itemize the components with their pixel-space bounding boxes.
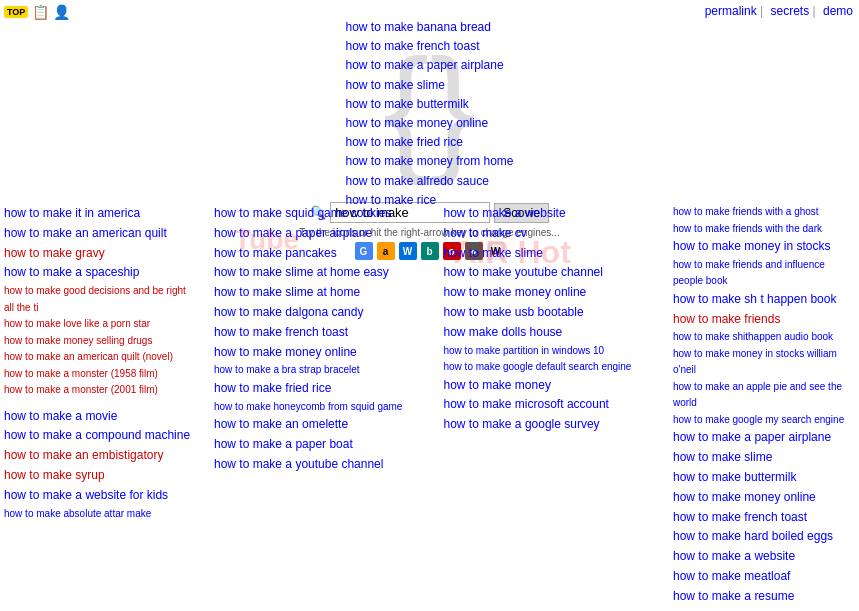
list-item[interactable]: how to make money in stocks <box>673 237 855 257</box>
main-columns: how to make it in americahow to make an … <box>0 200 859 611</box>
list-item[interactable]: how to make money selling drugs <box>4 333 196 350</box>
list-item[interactable]: how to make gravy <box>4 244 196 264</box>
list-item[interactable]: how to make buttermilk <box>673 468 855 488</box>
list-item[interactable]: how to make slime at home easy <box>214 263 426 283</box>
list-item[interactable]: how to make friends with the dark <box>673 221 855 238</box>
list-item[interactable]: how to make squid game cookies <box>214 204 426 224</box>
list-item[interactable]: how to make pancakes <box>214 244 426 264</box>
list-item[interactable]: how to make fried rice <box>214 379 426 399</box>
center-link[interactable]: how to make banana bread <box>345 18 513 37</box>
list-item[interactable]: how to make an embistigatory <box>4 446 196 466</box>
separator1: | <box>760 4 763 18</box>
center-link[interactable]: how to make fried rice <box>345 133 513 152</box>
list-item[interactable]: how make dolls house <box>444 323 656 343</box>
list-item[interactable]: how to make a monster (2001 film) <box>4 382 196 399</box>
col4-links: how to make friends with a ghosthow to m… <box>673 204 855 607</box>
list-item[interactable]: how to make usb bootable <box>444 303 656 323</box>
list-item[interactable]: how to make money online <box>444 283 656 303</box>
list-item[interactable]: how to make an american quilt <box>4 224 196 244</box>
center-link[interactable]: how to make french toast <box>345 37 513 56</box>
list-item[interactable]: how to make google my search engine <box>673 412 855 429</box>
list-item[interactable]: how to make dalgona candy <box>214 303 426 323</box>
list-item[interactable]: how to make an american quilt (novel) <box>4 349 196 366</box>
list-item[interactable]: how to make a compound machine <box>4 426 196 446</box>
curly-brace-container: { how to make banana breadhow to make fr… <box>290 18 570 198</box>
list-item[interactable]: how to make love like a porn star <box>4 316 196 333</box>
list-item[interactable]: how to make a youtube channel <box>214 455 426 475</box>
column-2: Tube how to make squid game cookieshow t… <box>210 200 430 611</box>
list-item[interactable]: how to make it in america <box>4 204 196 224</box>
list-item[interactable]: how to make an apple pie and see the wor… <box>673 379 855 412</box>
list-item[interactable]: how to make a paper boat <box>214 435 426 455</box>
permalink-link[interactable]: permalink <box>705 4 757 18</box>
center-link[interactable]: how to make buttermilk <box>345 95 513 114</box>
list-item[interactable]: how to make honeycomb from squid game <box>214 399 426 416</box>
col1-links: how to make it in americahow to make an … <box>4 204 196 522</box>
list-item[interactable]: how to make a google survey <box>444 415 656 435</box>
list-item[interactable]: how to make youtube channel <box>444 263 656 283</box>
list-item[interactable]: how to make friends with a ghost <box>673 204 855 221</box>
list-item[interactable]: how to make slime at home <box>214 283 426 303</box>
list-item[interactable]: how to make french toast <box>673 508 855 528</box>
list-item[interactable]: how to make a bra strap bracelet <box>214 362 426 379</box>
list-item[interactable]: how to make meatloaf <box>673 567 855 587</box>
list-item[interactable]: how to make shithappen audio book <box>673 329 855 346</box>
secrets-link[interactable]: secrets <box>770 4 809 18</box>
list-item[interactable]: how to make absolute attar make <box>4 506 196 523</box>
list-item[interactable]: how to make an omelette <box>214 415 426 435</box>
list-item[interactable]: how to make a paper airplane <box>673 428 855 448</box>
list-item[interactable]: how to make syrup <box>4 466 196 486</box>
list-item[interactable]: how to make good decisions and be right … <box>4 283 196 316</box>
list-item[interactable]: how to make money in stocks william o'ne… <box>673 346 855 379</box>
list-item[interactable]: how to make slime <box>444 244 656 264</box>
column-3: AIR Hot how to make a websitehow to make… <box>440 200 660 611</box>
list-item[interactable]: how to make cv <box>444 224 656 244</box>
column-1: how to make it in americahow to make an … <box>0 200 200 611</box>
star-badge: TOP <box>4 6 28 18</box>
book-icon: 📋 <box>32 4 49 20</box>
list-item[interactable]: how to make partition in windows 10 <box>444 343 656 360</box>
list-item[interactable]: how to make friends <box>673 310 855 330</box>
list-item[interactable]: how to make money online <box>673 488 855 508</box>
list-item[interactable]: how to make a monster (1958 film) <box>4 366 196 383</box>
center-link[interactable]: how to make alfredo sauce <box>345 172 513 191</box>
list-item[interactable]: how to make money <box>444 376 656 396</box>
top-bar: TOP 📋 👤 <box>4 4 70 20</box>
list-item[interactable]: how to make sh t happen book <box>673 290 855 310</box>
col2-links: Tube how to make squid game cookieshow t… <box>214 204 426 475</box>
list-item[interactable]: how to make hard boiled eggs <box>673 527 855 547</box>
center-link[interactable]: how to make a paper airplane <box>345 56 513 75</box>
person-icon: 👤 <box>53 4 70 20</box>
list-item[interactable]: how to make french toast <box>214 323 426 343</box>
top-links: permalink | secrets | demo <box>701 4 853 18</box>
list-item[interactable]: how to make a resume <box>673 587 855 607</box>
center-link[interactable]: how to make money from home <box>345 152 513 171</box>
list-item[interactable]: how to make friends and influence people… <box>673 257 855 290</box>
list-item[interactable]: how to make microsoft account <box>444 395 656 415</box>
list-item[interactable]: how to make money online <box>214 343 426 363</box>
demo-link[interactable]: demo <box>823 4 853 18</box>
center-link-list: how to make banana breadhow to make fren… <box>345 18 513 210</box>
list-item[interactable]: how to make a website <box>673 547 855 567</box>
list-item[interactable]: how to make a website for kids <box>4 486 196 506</box>
list-item[interactable]: how to make slime <box>673 448 855 468</box>
list-item[interactable]: how to make a paper airplane <box>214 224 426 244</box>
center-link[interactable]: how to make slime <box>345 76 513 95</box>
separator2: | <box>813 4 816 18</box>
col3-links: AIR Hot how to make a websitehow to make… <box>444 204 656 435</box>
center-link[interactable]: how to make money online <box>345 114 513 133</box>
list-item[interactable]: how to make a movie <box>4 407 196 427</box>
list-item[interactable]: how to make a spaceship <box>4 263 196 283</box>
column-4: how to make friends with a ghosthow to m… <box>669 200 859 611</box>
list-item[interactable]: how to make google default search engine <box>444 359 656 376</box>
list-item[interactable]: how to make a website <box>444 204 656 224</box>
